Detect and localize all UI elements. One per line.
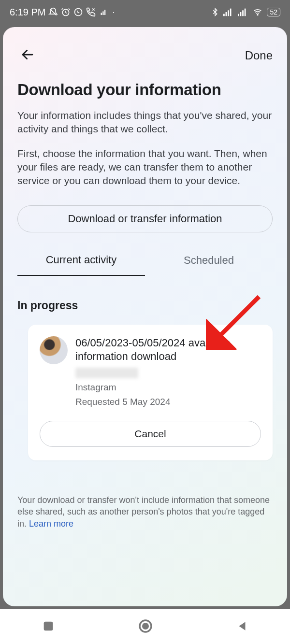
android-nav-bar <box>0 609 290 644</box>
svg-rect-2 <box>101 13 102 15</box>
triangle-left-icon <box>236 620 248 632</box>
description-2: First, choose the information that you w… <box>17 147 273 188</box>
missed-call-icon <box>86 7 96 17</box>
activity-username-redacted <box>75 368 138 378</box>
tab-scheduled[interactable]: Scheduled <box>145 245 273 276</box>
in-progress-heading: In progress <box>17 299 273 312</box>
svg-rect-9 <box>238 14 239 16</box>
description-1: Your information includes things that yo… <box>17 109 273 136</box>
status-bar: 6:19 PM · 52 <box>0 0 290 24</box>
svg-point-19 <box>143 623 148 629</box>
recent-apps-button[interactable] <box>42 619 55 634</box>
svg-rect-3 <box>103 12 104 15</box>
svg-rect-11 <box>243 10 244 16</box>
activity-card: 06/05/2023-05/05/2024 available informat… <box>28 325 273 460</box>
svg-rect-5 <box>223 14 225 16</box>
tabs: Current activity Scheduled <box>17 245 273 276</box>
svg-point-1 <box>75 9 82 16</box>
done-button[interactable]: Done <box>245 49 273 62</box>
app-content: Done Download your information Your info… <box>3 27 287 606</box>
activity-platform: Instagram <box>75 382 261 393</box>
svg-rect-4 <box>104 10 105 15</box>
bluetooth-icon <box>211 7 219 17</box>
wifi-icon <box>252 8 263 16</box>
svg-marker-20 <box>239 622 246 630</box>
home-button[interactable] <box>138 618 153 635</box>
tab-current-activity[interactable]: Current activity <box>17 245 145 276</box>
square-icon <box>42 619 55 633</box>
status-time: 6:19 PM <box>10 7 45 18</box>
circle-icon <box>138 618 153 634</box>
footer-note: Your download or transfer won't include … <box>17 494 273 530</box>
svg-rect-7 <box>228 10 230 16</box>
battery-indicator: 52 <box>267 8 280 16</box>
more-icon: · <box>112 7 115 17</box>
download-transfer-button[interactable]: Download or transfer information <box>17 205 273 232</box>
svg-rect-10 <box>240 12 242 16</box>
signal-icon <box>223 8 234 16</box>
svg-point-13 <box>258 14 259 15</box>
alarm-icon <box>61 7 71 17</box>
cancel-button[interactable]: Cancel <box>40 421 261 447</box>
activity-title: 06/05/2023-05/05/2024 available informat… <box>75 336 261 364</box>
back-button[interactable] <box>17 44 38 66</box>
whatsapp-icon <box>73 7 83 17</box>
arrow-left-icon <box>20 47 35 62</box>
network-icon <box>99 8 107 16</box>
mute-icon <box>48 7 58 17</box>
svg-rect-17 <box>44 621 53 630</box>
back-nav-button[interactable] <box>236 620 248 634</box>
svg-rect-8 <box>230 9 232 16</box>
svg-rect-12 <box>245 9 246 16</box>
avatar <box>40 336 68 364</box>
activity-requested-date: Requested 5 May 2024 <box>75 397 261 407</box>
page-title: Download your information <box>17 81 273 99</box>
learn-more-link[interactable]: Learn more <box>29 519 73 529</box>
signal-icon-2 <box>238 8 248 16</box>
svg-rect-6 <box>226 12 227 16</box>
